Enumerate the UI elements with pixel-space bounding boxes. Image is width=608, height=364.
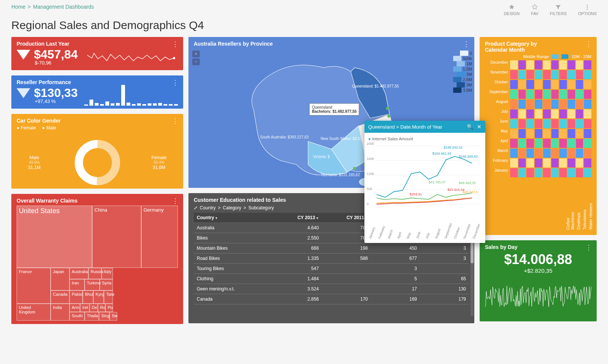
heatmap-cell[interactable]: [576, 70, 583, 79]
heatmap-cell[interactable]: [551, 129, 559, 138]
heatmap-cell[interactable]: [584, 80, 591, 89]
heatmap-cell[interactable]: [584, 168, 591, 177]
heatmap-cell[interactable]: [535, 70, 542, 79]
treemap-cell[interactable]: Arm: [69, 304, 80, 312]
heatmap-cell[interactable]: [510, 70, 518, 79]
heatmap-grid[interactable]: DecemberNovemberOctoberSeptemberAugustJu…: [485, 60, 591, 177]
heatmap-cell[interactable]: [584, 119, 591, 128]
heatmap-cell[interactable]: [518, 70, 526, 79]
heatmap-cell[interactable]: [535, 149, 542, 158]
heatmap-cell[interactable]: [518, 60, 526, 69]
breadcrumb-home[interactable]: Home: [11, 4, 25, 10]
heatmap-cell[interactable]: [584, 60, 591, 69]
fav-button[interactable]: FAV: [531, 4, 539, 16]
table-row[interactable]: Canada2.856170169179: [194, 294, 469, 304]
heatmap-cell[interactable]: [559, 168, 567, 177]
heatmap-cell[interactable]: [518, 100, 526, 109]
heatmap-cell[interactable]: [543, 90, 551, 99]
heatmap-cell[interactable]: [510, 109, 518, 118]
heatmap-cell[interactable]: [543, 119, 551, 128]
sales-by-day-card[interactable]: Sales by Day ⋮ $14.006,88 +$2.820,35: [480, 240, 597, 321]
card-menu-icon[interactable]: ⋮: [172, 40, 179, 48]
heatmap-cell[interactable]: [518, 158, 526, 167]
heatmap-cell[interactable]: [510, 129, 518, 138]
treemap-cell[interactable]: Germany: [141, 206, 178, 268]
treemap-cell[interactable]: Pakist: [69, 290, 83, 304]
treemap-cell[interactable]: Taiw: [104, 290, 113, 304]
treemap-cell[interactable]: De: [90, 304, 98, 312]
popup-close-icon[interactable]: ✕: [477, 124, 481, 130]
heatmap-cell[interactable]: [543, 60, 551, 69]
treemap-cell[interactable]: Sing: [99, 312, 110, 321]
heatmap-cell[interactable]: [568, 149, 575, 158]
heatmap-cell[interactable]: [518, 149, 526, 158]
treemap-cell[interactable]: China: [92, 206, 141, 268]
treemap-cell[interactable]: Ro: [98, 304, 105, 312]
heatmap-cell[interactable]: [584, 158, 591, 167]
heatmap-cell[interactable]: [543, 80, 551, 89]
heatmap-cell[interactable]: [526, 80, 534, 89]
heatmap-cell[interactable]: [518, 168, 526, 177]
heatmap-cell[interactable]: [518, 139, 526, 148]
heatmap-cell[interactable]: [535, 129, 542, 138]
heatmap-cell[interactable]: [543, 149, 551, 158]
heatmap-cell[interactable]: [576, 149, 583, 158]
treemap-cell[interactable]: Italy: [102, 268, 113, 279]
heatmap-cell[interactable]: [551, 109, 559, 118]
heatmap-cell[interactable]: [510, 90, 518, 99]
heatmap-cell[interactable]: [568, 80, 575, 89]
treemap-cell[interactable]: Iran: [69, 279, 85, 290]
heatmap-cell[interactable]: [551, 139, 559, 148]
heatmap-cell[interactable]: [526, 60, 534, 69]
heatmap-cell[interactable]: [518, 80, 526, 89]
heatmap-cell[interactable]: [526, 129, 534, 138]
heatmap-cell[interactable]: [568, 129, 575, 138]
heatmap-cell[interactable]: [584, 139, 591, 148]
heatmap-cell[interactable]: [510, 60, 518, 69]
heatmap-cell[interactable]: [576, 139, 583, 148]
filters-button[interactable]: FILTERS: [550, 4, 566, 16]
expand-icon[interactable]: ⤢: [194, 205, 198, 210]
treemap-cell[interactable]: France: [17, 268, 51, 304]
treemap-cell[interactable]: Canada: [51, 290, 69, 304]
heatmap-cell[interactable]: [584, 100, 591, 109]
treemap-cell[interactable]: Bhut: [83, 290, 93, 304]
heatmap-cell[interactable]: [559, 139, 567, 148]
treemap-cell[interactable]: Syria: [100, 279, 113, 290]
card-menu-icon[interactable]: ⋮: [172, 117, 179, 125]
treemap-cell[interactable]: United States: [17, 206, 92, 268]
heatmap-cell[interactable]: [535, 100, 542, 109]
heatmap-cell[interactable]: [510, 168, 518, 177]
heatmap-cell[interactable]: [543, 70, 551, 79]
heatmap-cell[interactable]: [526, 168, 534, 177]
heatmap-cell[interactable]: [568, 168, 575, 177]
treemap-cell[interactable]: Kyrg: [93, 290, 104, 304]
table-row[interactable]: Road Bikes1.3355886773: [194, 253, 469, 264]
heatmap-cell[interactable]: [535, 119, 542, 128]
heatmap-cell[interactable]: [559, 158, 567, 167]
card-menu-icon[interactable]: ⋮: [585, 243, 592, 252]
warranty-treemap[interactable]: United States China Germany France Japan…: [17, 204, 178, 321]
heatmap-cell[interactable]: [559, 90, 567, 99]
treemap-cell[interactable]: Russia: [88, 268, 102, 279]
heatmap-cell[interactable]: [584, 129, 591, 138]
heatmap-cell[interactable]: [543, 109, 551, 118]
production-kpi-card[interactable]: Production Last Year ⋮ $457,84 $-70,96: [11, 37, 183, 70]
table-row[interactable]: Touring Bikes5473: [194, 264, 469, 274]
heatmap-cell[interactable]: [518, 119, 526, 128]
heatmap-cell[interactable]: [559, 129, 567, 138]
heatmap-cell[interactable]: [526, 149, 534, 158]
heatmap-cell[interactable]: [568, 109, 575, 118]
heatmap-cell[interactable]: [543, 158, 551, 167]
heatmap-cell[interactable]: [559, 119, 567, 128]
heatmap-cell[interactable]: [535, 139, 542, 148]
heatmap-cell[interactable]: [510, 119, 518, 128]
treemap-cell[interactable]: Japan: [51, 268, 69, 290]
col-2013[interactable]: CY 2013▼: [273, 213, 322, 223]
heatmap-cell[interactable]: [543, 139, 551, 148]
heatmap-cell[interactable]: [576, 100, 583, 109]
heatmap-cell[interactable]: [535, 90, 542, 99]
table-row[interactable]: Mountain Bikes6681984503: [194, 243, 469, 253]
treemap-cell[interactable]: South: [69, 312, 85, 321]
heatmap-cell[interactable]: [551, 60, 559, 69]
